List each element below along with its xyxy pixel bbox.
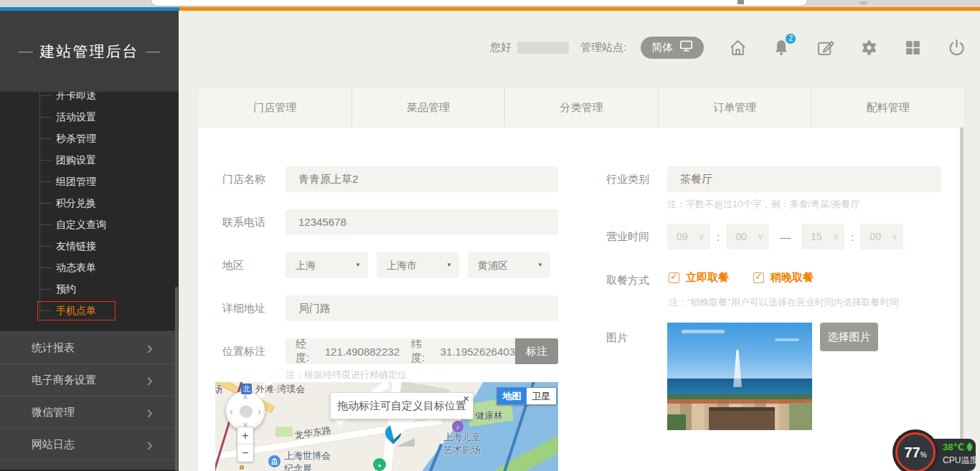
sidebar-item-youqinglianjie[interactable]: 友情链接 bbox=[0, 235, 179, 257]
photo-trees bbox=[667, 414, 686, 430]
map-widget[interactable]: 场 外滩·湾璞会 龙华东路 健康林 上海儿童 艺术剧场 上海世博会 纪念展 ♪ … bbox=[215, 382, 558, 471]
pickup-note: 注：“稍晚取餐”用户可以选择在营业时间内选择取餐时间 bbox=[669, 296, 899, 309]
checkbox-checked[interactable]: ✓ bbox=[669, 272, 679, 283]
sidebar-section-filler bbox=[0, 460, 179, 470]
address-input[interactable]: 局门路 bbox=[286, 295, 558, 321]
mark-button[interactable]: 标注 bbox=[515, 338, 558, 364]
check-icon: ✓ bbox=[670, 271, 678, 282]
tab-order-management[interactable]: 订单管理 bbox=[659, 87, 812, 127]
sidebar-item-shoujidiandan-active[interactable]: 手机点单 bbox=[0, 300, 179, 321]
image-label: 图片 bbox=[606, 331, 628, 345]
hours-label: 营业时间 bbox=[606, 230, 649, 244]
sidebar-submenu: 开卡即送 活动设置 秒杀管理 团购设置 组团管理 积分兑换 自定义查询 友情链接… bbox=[0, 92, 179, 331]
content-scrollbar[interactable] bbox=[960, 128, 963, 471]
tab-dish-management[interactable]: 菜品管理 bbox=[352, 87, 506, 127]
location-label: 位置标注 bbox=[222, 345, 265, 358]
sidebar-item-yuyue[interactable]: 预约 bbox=[0, 278, 179, 300]
photo-shore bbox=[667, 394, 812, 399]
coordinates-field[interactable]: 经度: 121.490882232 纬度: 31.1952626403 bbox=[286, 338, 515, 364]
industry-input[interactable]: 茶餐厅 bbox=[667, 166, 941, 192]
start-minute-select[interactable]: 00 ∨ bbox=[726, 224, 769, 249]
photo-main-building bbox=[709, 407, 775, 430]
phone-label: 联系电话 bbox=[222, 216, 265, 229]
end-minute-select[interactable]: 00 ∨ bbox=[860, 224, 903, 249]
cpu-usage-circle[interactable]: 77 % bbox=[892, 429, 938, 471]
tab-ingredient-management[interactable]: 配料管理 bbox=[811, 87, 964, 127]
map-park-patch bbox=[275, 427, 293, 437]
cpu-usage-ring: 77 % bbox=[895, 432, 936, 471]
pan-knob[interactable] bbox=[240, 405, 253, 418]
choose-image-button[interactable]: 选择图片 bbox=[820, 323, 878, 351]
active-item-box[interactable]: 手机点单 bbox=[37, 301, 116, 320]
map-zoom-control: + − bbox=[237, 427, 254, 462]
satellite-view-button[interactable]: 卫星 bbox=[527, 388, 556, 404]
page-title: 建站管理后台 bbox=[40, 42, 139, 62]
store-name-input[interactable]: 青青原上草2 bbox=[286, 166, 558, 192]
map-label-bund: 外滩·湾璞会 bbox=[255, 383, 305, 396]
chevron-right-icon: › bbox=[146, 429, 153, 460]
store-photo bbox=[667, 323, 812, 430]
address-label: 详细地址 bbox=[222, 302, 265, 315]
tab-bar: 门店管理 菜品管理 分类管理 订单管理 配料管理 bbox=[198, 87, 965, 128]
start-hour-select[interactable]: 09 ∨ bbox=[667, 224, 710, 249]
sidebar-section-wangzhanrizhi[interactable]: 网站日志 › bbox=[0, 428, 179, 460]
end-hour-select[interactable]: 15 ∨ bbox=[801, 224, 844, 249]
sidebar-item-zidingyichaxun[interactable]: 自定义查询 bbox=[0, 214, 179, 235]
district-select[interactable]: 黄浦区 ▼ bbox=[468, 252, 550, 278]
cpu-percent-unit: % bbox=[920, 451, 927, 459]
city-select[interactable]: 上海市 ▼ bbox=[377, 252, 459, 278]
zoom-out-button[interactable]: − bbox=[237, 444, 253, 462]
browser-address-bar[interactable] bbox=[151, 0, 808, 6]
sidebar-item-kaikajisong[interactable]: 开卡即送 bbox=[0, 92, 179, 106]
sidebar-item-zutuanguanli[interactable]: 组团管理 bbox=[0, 171, 179, 192]
city-value: 上海市 bbox=[387, 260, 417, 271]
chevron-down-icon: ∨ bbox=[698, 224, 705, 249]
start-hour-value: 09 bbox=[677, 231, 688, 242]
expo-line1: 上海世博会 bbox=[284, 449, 331, 462]
sidebar-title: — 建站管理后台 — bbox=[0, 11, 179, 92]
sidebar-scrollbar[interactable] bbox=[175, 287, 178, 471]
chevron-down-icon: ∨ bbox=[832, 224, 839, 249]
map-label-partial: 场 bbox=[215, 383, 222, 396]
district-value: 黄浦区 bbox=[478, 260, 508, 271]
tab-store-management[interactable]: 门店管理 bbox=[199, 87, 352, 127]
dropdown-caret-icon: ▼ bbox=[446, 252, 452, 278]
section-label: 统计报表 bbox=[32, 341, 75, 353]
theater-line2: 艺术剧场 bbox=[443, 444, 481, 457]
sidebar-item-jifenduihuan[interactable]: 积分兑换 bbox=[0, 192, 179, 214]
map-type-switch: 地图 卫星 bbox=[496, 387, 557, 405]
store-name-label: 门店名称 bbox=[222, 173, 265, 186]
sidebar-item-tuangoushezhi[interactable]: 团购设置 bbox=[0, 149, 179, 171]
sidebar-item-dongtaibiaodan[interactable]: 动态表单 bbox=[0, 257, 179, 278]
end-hour-value: 15 bbox=[811, 231, 822, 242]
check-icon: ✓ bbox=[755, 271, 763, 282]
sidebar-section-dianzishangwu[interactable]: 电子商务设置 › bbox=[0, 363, 179, 396]
pan-right-icon[interactable]: › bbox=[258, 406, 261, 417]
chevron-down-icon: ∨ bbox=[757, 224, 763, 249]
photo-cloud bbox=[775, 338, 799, 341]
zoom-in-button[interactable]: + bbox=[237, 427, 253, 444]
section-label: 微信管理 bbox=[32, 406, 75, 418]
pickup-now-option[interactable]: ✓ 立即取餐 bbox=[669, 271, 729, 285]
pan-left-icon[interactable]: ‹ bbox=[230, 406, 233, 417]
photo-trees bbox=[789, 403, 812, 430]
sidebar: — 建站管理后台 — 开卡即送 活动设置 秒杀管理 团购设置 组团管理 积分兑换… bbox=[0, 11, 179, 471]
cpu-temp-row: 38℃ bbox=[943, 442, 978, 452]
province-value: 上海 bbox=[296, 260, 316, 271]
close-icon[interactable]: × bbox=[463, 392, 469, 404]
sidebar-section-tongjibaobiao[interactable]: 统计报表 › bbox=[0, 331, 179, 363]
sidebar-item-miaoshaguanli[interactable]: 秒杀管理 bbox=[0, 128, 179, 149]
tab-category-management[interactable]: 分类管理 bbox=[505, 87, 659, 127]
map-pan-control[interactable]: ∧ ∨ ‹ › bbox=[225, 391, 265, 431]
chevron-right-icon: › bbox=[146, 364, 153, 396]
pickup-later-option[interactable]: ✓ 稍晚取餐 bbox=[753, 271, 814, 285]
province-select[interactable]: 上海 ▼ bbox=[286, 252, 368, 278]
checkbox-checked[interactable]: ✓ bbox=[753, 272, 764, 283]
cpu-temp-value: 38℃ bbox=[943, 442, 964, 452]
map-view-button[interactable]: 地图 bbox=[497, 388, 527, 404]
theater-line1: 上海儿童 bbox=[443, 431, 481, 444]
sidebar-section-weixinguanli[interactable]: 微信管理 › bbox=[0, 396, 179, 428]
map-label-expo: 上海世博会 纪念展 bbox=[284, 449, 331, 471]
phone-input[interactable]: 12345678 bbox=[286, 209, 558, 235]
sidebar-item-huodongshezhi[interactable]: 活动设置 bbox=[0, 106, 179, 128]
